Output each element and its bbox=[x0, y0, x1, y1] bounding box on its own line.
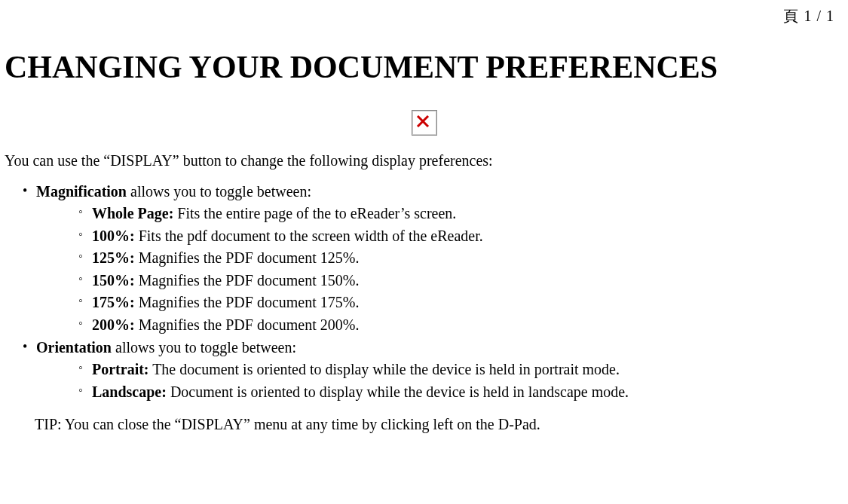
list-item: Magnification allows you to toggle betwe… bbox=[26, 182, 843, 336]
option-label: 100%: bbox=[92, 228, 135, 244]
list-item: Orientation allows you to toggle between… bbox=[26, 338, 843, 403]
section-rest: allows you to toggle between: bbox=[127, 183, 311, 200]
option-text: Fits the entire page of the to eReader’s… bbox=[173, 205, 456, 221]
tip-text: TIP: You can close the “DISPLAY” menu at… bbox=[35, 416, 843, 433]
option-text: Magnifies the PDF document 200%. bbox=[135, 316, 360, 333]
page-indicator: 頁 1 / 1 bbox=[5, 6, 843, 26]
option-text: Fits the pdf document to the screen widt… bbox=[135, 228, 483, 244]
preference-list: Magnification allows you to toggle betwe… bbox=[26, 182, 843, 403]
list-item: 200%: Magnifies the PDF document 200%. bbox=[81, 315, 843, 336]
image-placeholder-wrap bbox=[5, 110, 843, 139]
option-label: 200%: bbox=[92, 316, 135, 333]
option-label: Landscape: bbox=[92, 383, 167, 400]
section-rest: allows you to toggle between: bbox=[112, 339, 296, 356]
section-label: Magnification bbox=[36, 183, 127, 200]
sublist: Whole Page: Fits the entire page of the … bbox=[81, 203, 843, 336]
option-label: Whole Page: bbox=[92, 205, 173, 221]
option-label: 150%: bbox=[92, 272, 135, 289]
broken-image-icon bbox=[412, 110, 437, 136]
option-text: Document is oriented to display while th… bbox=[167, 383, 629, 400]
option-text: Magnifies the PDF document 150%. bbox=[135, 272, 360, 289]
option-label: Portrait: bbox=[92, 361, 149, 377]
sublist: Portrait: The document is oriented to di… bbox=[81, 359, 843, 402]
section-label: Orientation bbox=[36, 339, 112, 356]
list-item: 125%: Magnifies the PDF document 125%. bbox=[81, 248, 843, 269]
option-text: Magnifies the PDF document 175%. bbox=[135, 294, 360, 310]
list-item: Landscape: Document is oriented to displ… bbox=[81, 382, 843, 403]
option-text: Magnifies the PDF document 125%. bbox=[135, 249, 360, 266]
option-text: The document is oriented to display whil… bbox=[149, 361, 620, 377]
option-label: 125%: bbox=[92, 249, 135, 266]
list-item: 100%: Fits the pdf document to the scree… bbox=[81, 226, 843, 247]
list-item: Portrait: The document is oriented to di… bbox=[81, 359, 843, 380]
list-item: Whole Page: Fits the entire page of the … bbox=[81, 203, 843, 225]
intro-text: You can use the “DISPLAY” button to chan… bbox=[5, 152, 843, 170]
document-page: 頁 1 / 1 CHANGING YOUR DOCUMENT PREFERENC… bbox=[0, 0, 848, 448]
page-title: CHANGING YOUR DOCUMENT PREFERENCES bbox=[5, 47, 843, 87]
list-item: 175%: Magnifies the PDF document 175%. bbox=[81, 292, 843, 313]
option-label: 175%: bbox=[92, 294, 135, 310]
list-item: 150%: Magnifies the PDF document 150%. bbox=[81, 270, 843, 292]
